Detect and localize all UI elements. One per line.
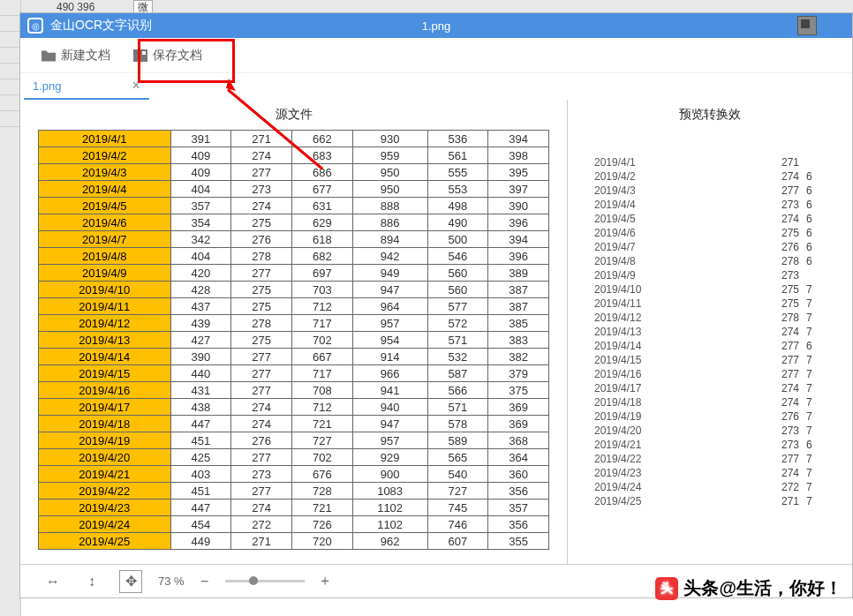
tab-strip: 1.png ×	[20, 73, 852, 100]
table-row: 2019/4/234472747211102745357	[39, 500, 549, 516]
list-item: 2019/4/172747	[594, 382, 843, 394]
preview-panel-title: 预览转换效	[568, 100, 852, 130]
preview-panel: 预览转换效 2019/4/12712019/4/227462019/4/3277…	[568, 100, 852, 564]
zoom-slider[interactable]	[225, 580, 305, 582]
list-item: 2019/4/72766	[594, 241, 843, 253]
list-item: 2019/4/152777	[594, 354, 843, 366]
ocr-window: ◎ 金山OCR文字识别 1.png 新建文档 保存文档 1.png × 源文件 …	[19, 12, 853, 598]
table-row: 2019/4/9420277697949560389	[39, 265, 549, 282]
source-table-wrap: 2019/4/13912716629305363942019/4/2409274…	[20, 130, 567, 564]
table-row: 2019/4/1391271662930536394	[39, 131, 549, 147]
list-item: 2019/4/182747	[594, 396, 843, 409]
move-icon[interactable]: ✥	[119, 570, 142, 593]
zoom-controls: 73 % − ＋	[158, 570, 336, 593]
list-item: 2019/4/122787	[594, 312, 843, 324]
table-row: 2019/4/7342276618894500394	[39, 231, 549, 248]
table-row: 2019/4/25449271720962607355	[39, 533, 549, 550]
list-item: 2019/4/52746	[594, 213, 843, 225]
list-item: 2019/4/102757	[594, 283, 843, 296]
list-item: 2019/4/142776	[594, 340, 843, 352]
list-item: 2019/4/22746	[594, 170, 843, 183]
zoom-value: 73 %	[158, 575, 185, 588]
table-row: 2019/4/4404273677950553397	[39, 181, 549, 198]
title-filename: 1.png	[422, 19, 451, 33]
list-item: 2019/4/212736	[594, 439, 843, 451]
tab-close-icon[interactable]: ×	[132, 78, 140, 94]
app-logo-icon: ◎	[27, 18, 43, 34]
table-row: 2019/4/2409274683959561398	[39, 147, 549, 164]
source-table: 2019/4/13912716629305363942019/4/2409274…	[38, 130, 549, 550]
source-panel-title: 源文件	[20, 100, 567, 130]
list-item: 2019/4/192767	[594, 410, 843, 423]
title-bar: ◎ 金山OCR文字识别 1.png	[20, 13, 852, 38]
table-row: 2019/4/6354275629886490396	[39, 214, 549, 231]
table-row: 2019/4/16431277708941566375	[39, 382, 549, 399]
table-row: 2019/4/5357274631888498390	[39, 198, 549, 214]
list-item: 2019/4/9273	[594, 269, 843, 282]
watermark: 头 头条@生活，你好！	[655, 576, 842, 600]
table-row: 2019/4/3409277686950555395	[39, 164, 549, 181]
table-row: 2019/4/20425277702929565364	[39, 449, 549, 466]
list-item: 2019/4/162777	[594, 368, 843, 380]
content-area: 源文件 2019/4/13912716629305363942019/4/240…	[20, 100, 852, 564]
preview-list: 2019/4/12712019/4/227462019/4/327762019/…	[568, 130, 852, 564]
table-row: 2019/4/21403273676900540360	[39, 466, 549, 483]
table-row: 2019/4/8404278682942546396	[39, 248, 549, 265]
list-item: 2019/4/242727	[594, 481, 843, 493]
list-item: 2019/4/62756	[594, 227, 843, 239]
zoom-in-icon[interactable]: ＋	[313, 570, 336, 593]
folder-icon	[42, 49, 56, 62]
table-row: 2019/4/13427275702954571383	[39, 332, 549, 349]
table-row: 2019/4/11437275712964577387	[39, 298, 549, 315]
list-item: 2019/4/252717	[594, 495, 843, 507]
list-item: 2019/4/202737	[594, 424, 843, 437]
list-item: 2019/4/232747	[594, 467, 843, 479]
span-vertical-icon[interactable]: ↕	[80, 570, 103, 593]
app-title: 金山OCR文字识别	[50, 18, 152, 34]
save-icon	[133, 49, 147, 62]
table-row: 2019/4/244542727261102746356	[39, 516, 549, 533]
toolbar: 新建文档 保存文档	[20, 38, 852, 73]
list-item: 2019/4/42736	[594, 199, 843, 211]
table-row: 2019/4/10428275703947560387	[39, 282, 549, 298]
save-document-button[interactable]: 保存文档	[125, 43, 211, 68]
background-row-gutter	[0, 0, 21, 616]
tab-1png[interactable]: 1.png ×	[24, 73, 149, 100]
table-row: 2019/4/15440277717966587379	[39, 365, 549, 382]
list-item: 2019/4/222777	[594, 453, 843, 465]
list-item: 2019/4/132747	[594, 326, 843, 338]
zoom-out-icon[interactable]: −	[193, 570, 216, 593]
list-item: 2019/4/32776	[594, 184, 843, 197]
span-horizontal-icon[interactable]: ↔	[42, 570, 64, 593]
new-document-button[interactable]: 新建文档	[33, 43, 119, 68]
table-row: 2019/4/14390277667914532382	[39, 349, 549, 365]
list-item: 2019/4/82786	[594, 255, 843, 267]
table-row: 2019/4/18447274721947578369	[39, 416, 549, 432]
list-item: 2019/4/112757	[594, 297, 843, 310]
table-row: 2019/4/224512777281083727356	[39, 483, 549, 500]
source-panel: 源文件 2019/4/13912716629305363942019/4/240…	[20, 100, 568, 564]
watermark-text: 头条@生活，你好！	[683, 576, 842, 600]
table-row: 2019/4/17438274712940571369	[39, 399, 549, 416]
watermark-logo-icon: 头	[655, 577, 678, 600]
table-row: 2019/4/12439278717957572385	[39, 315, 549, 332]
table-row: 2019/4/19451276727957589368	[39, 432, 549, 449]
user-avatar[interactable]	[797, 16, 817, 35]
list-item: 2019/4/1271	[594, 156, 843, 169]
